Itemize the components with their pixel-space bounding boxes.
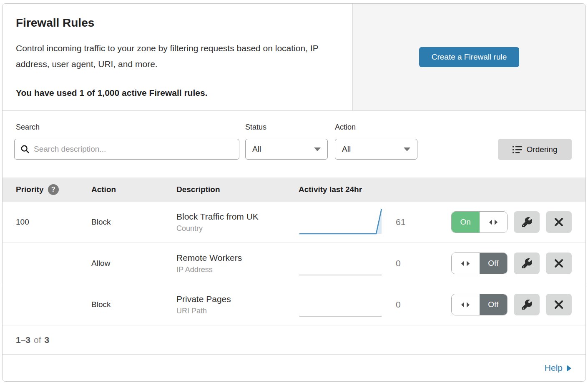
close-icon bbox=[554, 218, 563, 227]
pagination-of-label: of bbox=[34, 335, 41, 345]
search-label: Search bbox=[16, 123, 40, 132]
status-select[interactable]: All bbox=[245, 139, 328, 160]
help-arrow-icon bbox=[567, 365, 571, 372]
chevron-down-icon bbox=[404, 148, 410, 151]
table-row: Allow Remote Workers IP Address 0 Off bbox=[3, 243, 585, 284]
list-ordering-icon bbox=[513, 145, 522, 154]
table-row: Block Private Pages URI Path 0 Off bbox=[3, 284, 585, 325]
wrench-icon bbox=[522, 217, 532, 227]
close-icon bbox=[554, 300, 563, 309]
pagination-total: 3 bbox=[45, 335, 50, 345]
status-select-value: All bbox=[252, 145, 261, 154]
usage-note: You have used 1 of 1,000 active Firewall… bbox=[16, 88, 336, 98]
action-label: Action bbox=[335, 123, 356, 132]
pagination-bar: 1–3 of 3 bbox=[3, 325, 585, 355]
delete-rule-button[interactable] bbox=[546, 252, 572, 274]
drag-handle-icon bbox=[489, 220, 498, 225]
status-label: Status bbox=[245, 123, 266, 132]
help-link[interactable]: Help bbox=[545, 363, 571, 373]
create-firewall-rule-button[interactable]: Create a Firewall rule bbox=[419, 47, 520, 67]
edit-rule-button[interactable] bbox=[514, 294, 540, 315]
toggle-on-label: On bbox=[452, 212, 480, 232]
rule-description: Remote Workers bbox=[176, 253, 294, 263]
description-column-header: Description bbox=[176, 185, 294, 194]
delete-rule-button[interactable] bbox=[546, 294, 572, 315]
action-select[interactable]: All bbox=[335, 139, 417, 160]
table-row: 100 Block Block Traffic from UK Country … bbox=[3, 202, 585, 243]
activity-column-header: Activity last 24hr bbox=[294, 185, 384, 194]
search-input[interactable] bbox=[34, 145, 233, 154]
rule-action: Block bbox=[91, 218, 176, 227]
close-icon bbox=[554, 259, 563, 268]
rule-description: Block Traffic from UK bbox=[176, 212, 294, 222]
table-header: Priority ? Action Description Activity l… bbox=[3, 178, 585, 202]
priority-column-header: Priority bbox=[16, 185, 44, 194]
header-action-panel: Create a Firewall rule bbox=[353, 4, 585, 110]
firewall-rules-panel: Firewall Rules Control incoming traffic … bbox=[2, 3, 586, 382]
activity-count: 61 bbox=[384, 217, 426, 227]
delete-rule-button[interactable] bbox=[546, 211, 572, 233]
rule-action: Allow bbox=[91, 259, 176, 268]
toggle-off-label: Off bbox=[480, 294, 508, 315]
rule-match-type: URI Path bbox=[176, 307, 294, 315]
rule-match-type: IP Address bbox=[176, 265, 294, 274]
rule-enabled-toggle[interactable]: Off bbox=[451, 252, 508, 274]
activity-sparkline bbox=[299, 289, 384, 319]
rule-enabled-toggle[interactable]: Off bbox=[451, 294, 508, 315]
ordering-button[interactable]: Ordering bbox=[498, 139, 572, 160]
action-select-value: All bbox=[342, 145, 351, 154]
wrench-icon bbox=[522, 300, 532, 310]
rule-priority: 100 bbox=[16, 218, 91, 227]
priority-help-icon[interactable]: ? bbox=[48, 184, 59, 195]
pagination-range: 1–3 bbox=[16, 335, 30, 345]
help-link-label: Help bbox=[545, 363, 563, 373]
activity-sparkline bbox=[299, 248, 384, 278]
search-icon bbox=[20, 145, 30, 154]
drag-handle-icon bbox=[461, 302, 470, 308]
edit-rule-button[interactable] bbox=[514, 252, 540, 274]
rule-enabled-toggle[interactable]: On bbox=[451, 211, 508, 233]
header-section: Firewall Rules Control incoming traffic … bbox=[3, 4, 585, 111]
page-title: Firewall Rules bbox=[16, 16, 336, 30]
activity-sparkline bbox=[299, 206, 384, 236]
filter-bar: Search Status All Action All bbox=[3, 111, 585, 178]
search-box bbox=[14, 139, 239, 160]
chevron-down-icon bbox=[314, 148, 321, 151]
rule-match-type: Country bbox=[176, 224, 294, 233]
activity-count: 0 bbox=[384, 300, 426, 310]
action-column-header: Action bbox=[91, 185, 176, 194]
header-text-block: Firewall Rules Control incoming traffic … bbox=[3, 4, 353, 110]
activity-count: 0 bbox=[384, 258, 426, 268]
wrench-icon bbox=[522, 258, 532, 268]
help-bar: Help bbox=[3, 355, 585, 381]
ordering-button-label: Ordering bbox=[527, 145, 558, 154]
rule-description: Private Pages bbox=[176, 294, 294, 304]
rule-action: Block bbox=[91, 300, 176, 309]
toggle-off-label: Off bbox=[480, 253, 508, 274]
edit-rule-button[interactable] bbox=[514, 211, 540, 233]
drag-handle-icon bbox=[461, 261, 470, 266]
page-description: Control incoming traffic to your zone by… bbox=[16, 40, 337, 72]
